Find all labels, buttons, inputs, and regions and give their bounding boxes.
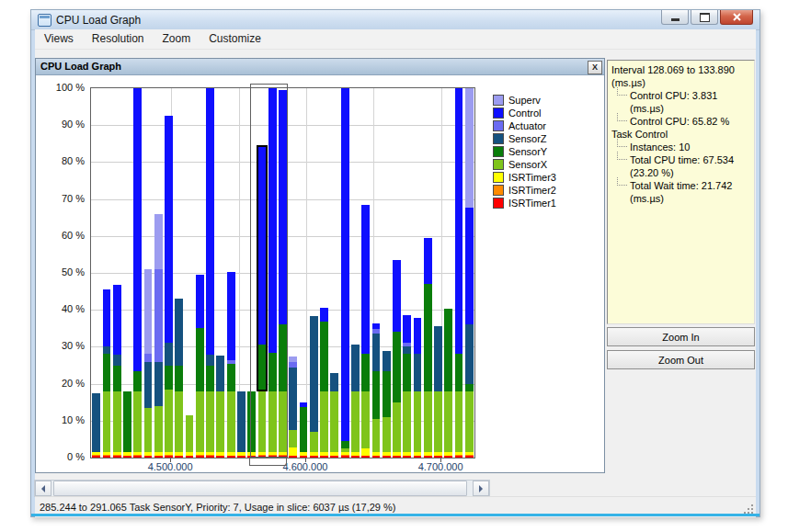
bar-9[interactable] [175, 88, 183, 458]
close-button[interactable] [720, 10, 753, 25]
legend-item-control: Control [493, 107, 556, 119]
segment-isrtimer1 [216, 456, 224, 458]
bar-1[interactable] [92, 88, 100, 458]
y-axis-label: 70 % [36, 193, 85, 204]
menu-item-views[interactable]: Views [35, 29, 83, 49]
segment-sensorz [175, 299, 183, 365]
segment-sensorx [465, 391, 474, 453]
segment-sensorx [310, 432, 318, 453]
bar-25[interactable] [341, 88, 349, 458]
segment-isrtimer1 [444, 456, 452, 458]
segment-sensorx [196, 391, 204, 453]
segment-sensory [393, 332, 401, 402]
bar-28[interactable] [372, 88, 381, 458]
bar-26[interactable] [351, 88, 360, 458]
segment-sensory [320, 322, 328, 391]
bar-30[interactable] [393, 88, 401, 458]
horizontal-scrollbar[interactable] [34, 480, 490, 497]
maximize-icon [700, 13, 710, 22]
bar-7[interactable] [154, 88, 163, 458]
panel-title: CPU Load Graph [40, 61, 121, 72]
bar-35[interactable] [444, 88, 452, 458]
bar-21[interactable] [300, 88, 308, 458]
segment-isrtimer1 [237, 456, 246, 458]
menu-item-customize[interactable]: Customize [200, 29, 270, 49]
segment-isrtimer1 [206, 456, 214, 458]
segment-sensory [444, 309, 452, 391]
segment-isrtimer1 [154, 456, 163, 458]
bar-23[interactable] [320, 88, 328, 458]
segment-control [393, 260, 401, 332]
bar-14[interactable] [227, 88, 235, 458]
bar-33[interactable] [424, 88, 432, 458]
segment-sensorz [465, 324, 474, 383]
bar-6[interactable] [144, 88, 153, 458]
segment-sensorz [383, 351, 391, 370]
tree-branch-line [617, 113, 627, 121]
segment-sensorz [289, 368, 297, 430]
bar-10[interactable] [186, 88, 194, 458]
menu-item-zoom[interactable]: Zoom [154, 29, 200, 49]
menu-item-resolution[interactable]: Resolution [83, 29, 154, 49]
scrollbar-thumb[interactable] [53, 481, 467, 496]
bar-31[interactable] [403, 88, 411, 458]
segment-isrtimer1 [465, 456, 474, 458]
x-axis-label: 4.600.000 [282, 461, 327, 472]
segment-isrtimer1 [103, 456, 111, 458]
minimize-button[interactable] [661, 10, 689, 25]
bar-34[interactable] [434, 88, 442, 458]
panel-close-button[interactable]: X [588, 61, 602, 74]
bar-2[interactable] [103, 88, 111, 458]
bar-24[interactable] [330, 88, 338, 458]
segment-sensory [113, 366, 121, 391]
segment-sensorx [320, 391, 328, 453]
segment-sensory [300, 407, 308, 453]
bar-12[interactable] [206, 88, 214, 458]
plot-area[interactable] [90, 87, 475, 458]
segment-isrtimer1 [310, 456, 318, 458]
bar-5[interactable] [133, 88, 142, 458]
scroll-right-button[interactable] [473, 481, 489, 496]
segment-isrtimer1 [113, 456, 121, 458]
segment-sensorx [133, 391, 142, 453]
legend-swatch [493, 198, 504, 209]
bar-20[interactable] [289, 88, 297, 458]
segment-control [165, 116, 173, 343]
segment-sensorx [403, 391, 411, 453]
bar-22[interactable] [310, 88, 318, 458]
segment-sensorx [113, 391, 121, 453]
scroll-left-button[interactable] [35, 481, 51, 496]
zoom-range-box [250, 84, 287, 458]
info-tree-item: Total Wait time: 21.742 (ms.µs) [610, 179, 752, 205]
segment-sensorx [372, 419, 381, 453]
scrollbar-track[interactable] [51, 481, 473, 496]
zoom-out-button[interactable]: Zoom Out [607, 350, 755, 369]
bar-32[interactable] [414, 88, 422, 458]
segment-isrtimer3 [289, 447, 297, 456]
bar-37[interactable] [465, 88, 474, 458]
bar-27[interactable] [361, 88, 370, 458]
segment-isrtimer1 [414, 456, 422, 458]
title-bar[interactable]: CPU Load Graph [31, 10, 759, 30]
segment-sensorx [165, 390, 173, 453]
segment-sensory [403, 354, 411, 391]
bar-11[interactable] [196, 88, 204, 458]
segment-sensorx [383, 417, 391, 453]
legend-swatch [493, 108, 504, 119]
maximize-button[interactable] [691, 10, 718, 25]
bar-29[interactable] [383, 88, 391, 458]
bar-36[interactable] [455, 88, 463, 458]
tree-branch-line [617, 177, 627, 186]
segment-control [113, 285, 121, 355]
segment-sensorz [330, 373, 338, 391]
segment-sensorx [206, 391, 214, 453]
zoom-in-button[interactable]: Zoom In [607, 327, 755, 346]
segment-isrtimer1 [403, 456, 411, 458]
bar-8[interactable] [165, 88, 173, 458]
bar-15[interactable] [237, 88, 246, 458]
bar-3[interactable] [113, 88, 121, 458]
info-tree-item-label: Instances: 10 [630, 141, 690, 153]
bar-13[interactable] [216, 88, 224, 458]
bar-4[interactable] [123, 88, 131, 458]
segment-isrtimer1 [341, 456, 349, 458]
